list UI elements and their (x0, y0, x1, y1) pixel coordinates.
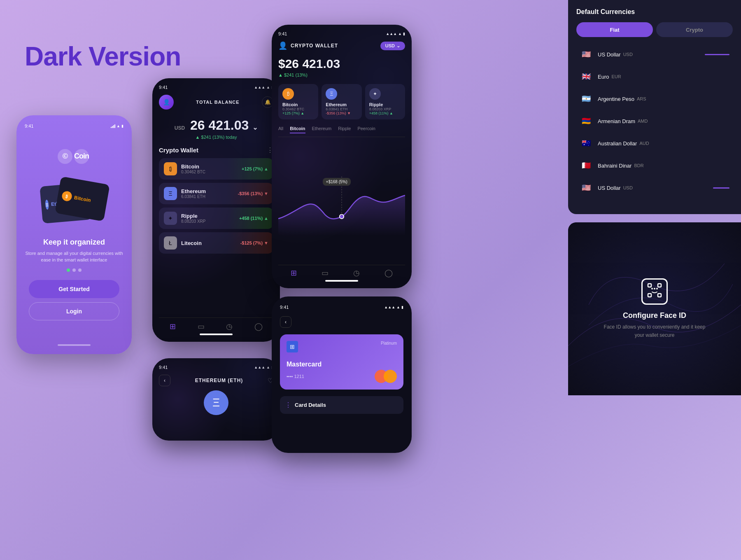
chart-tooltip: +$168 (5%) (323, 178, 351, 186)
currency-item-ars[interactable]: 🇦🇷 Argentine Peso ARS (576, 88, 733, 110)
phone1-logo: ©Coin (58, 145, 91, 164)
tab-crypto[interactable]: Crypto (656, 22, 733, 37)
right-panel-face-id: Configure Face ID Face ID allows you to … (568, 222, 741, 395)
phone1-status-bar: 9:41 ▲ ▮ (25, 124, 124, 128)
flag-ars: 🇦🇷 (580, 92, 593, 105)
face-id-subtitle: Face ID allows you to conveniently and i… (601, 323, 708, 339)
mc-number: •••• 1211 (287, 374, 304, 379)
tab-fiat[interactable]: Fiat (576, 22, 653, 37)
login-button[interactable]: Login (29, 302, 119, 320)
phone1-tagline: Keep it organized (43, 238, 105, 247)
mc-circle-orange (384, 370, 397, 383)
phone5-time: 9:41 (280, 305, 289, 310)
signal-icon (111, 124, 115, 128)
dot-1 (67, 268, 70, 272)
currency-item-aud[interactable]: 🇦🇺 Australian Dollar AUD (576, 133, 733, 154)
flag-eur: 🇬🇧 (580, 70, 593, 83)
phone1-time: 9:41 (25, 124, 33, 128)
phone2-wallet: 9:41 ▲▲▲ ▲ ▮ 👤 TOTAL BALANCE 🔔 USD 26 42… (152, 78, 280, 342)
coin-logo-icon: © (58, 149, 72, 164)
currency-code-ars: ARS (637, 96, 646, 101)
phone1-home-indicator (58, 344, 91, 346)
mc-name: Mastercard (287, 361, 397, 368)
mc-tier: Platinum (381, 341, 397, 345)
flag-amd: 🇦🇲 (580, 114, 593, 128)
phone2-network-bg (152, 78, 280, 342)
phone3-network-bg (152, 358, 280, 441)
phone5-status-bar: 9:41 ▲▲▲ ▲ ▮ (280, 305, 403, 310)
currency-item-eur[interactable]: 🇬🇧 Euro EUR (576, 66, 733, 87)
btc-card-icon: ₿ (61, 190, 73, 202)
mastercard-card: ⊞ Platinum Mastercard •••• 1211 (280, 334, 403, 390)
right-panel-currencies: Default Currencies Fiat Crypto 🇺🇸 US Dol… (568, 0, 741, 214)
svg-rect-1 (658, 284, 661, 287)
currency-item-usd1[interactable]: 🇺🇸 US Dollar USD (576, 44, 733, 65)
mc-circles (375, 370, 397, 383)
phone5-wifi: ▲ (396, 305, 400, 309)
currency-item-bdr[interactable]: 🇧🇭 Bahraini Dinar BDR (576, 155, 733, 176)
battery-icon: ▮ (121, 124, 124, 128)
svg-rect-3 (658, 294, 661, 297)
get-started-button[interactable]: Get Started (29, 280, 119, 298)
dot-3 (78, 268, 82, 272)
mc-header: ⊞ Platinum (287, 341, 397, 352)
flag-bdr: 🇧🇭 (580, 159, 593, 172)
card-details-row[interactable]: ⋮ Card Details (280, 396, 403, 414)
face-id-symbol (647, 283, 662, 301)
currency-name-amd: Armenian Dram (598, 118, 635, 124)
phone5-battery: ▮ (401, 305, 403, 309)
currency-active-indicator (705, 54, 729, 55)
mc-logo-icon: ⊞ (287, 341, 298, 352)
flag-usd1: 🇺🇸 (580, 48, 593, 61)
right-panel-title: Default Currencies (576, 8, 733, 16)
phone1-dots (67, 268, 82, 272)
phone1-splash: 9:41 ▲ ▮ ©Coin Ξ Ethe ₿ Bitcoin Keep it … (16, 115, 132, 354)
face-id-icon (641, 278, 668, 305)
svg-point-5 (651, 288, 653, 289)
currency-code-bdr: BDR (634, 163, 643, 168)
wifi-icon: ▲ (117, 124, 120, 128)
face-id-title: Configure Face ID (623, 311, 686, 320)
currency-code-amd: AMD (638, 119, 648, 124)
flag-aud: 🇦🇺 (580, 137, 593, 150)
phone5-card-details: 9:41 ▲▲▲ ▲ ▮ ‹ ⊞ Platinum Mastercard •••… (272, 296, 412, 453)
svg-point-6 (656, 288, 658, 289)
currency-code-eur: EUR (611, 74, 621, 79)
phone1-subtitle: Store and manage all your digital curren… (25, 250, 124, 264)
phone4-chart: 9:41 ▲▲▲ ▲ ▮ 👤 CRYPTO WALLET USD ⌄ $26 4… (272, 25, 412, 288)
chart-svg (278, 142, 405, 261)
currency-name-bdr: Bahraini Dinar (598, 163, 631, 169)
eth-card-icon: Ξ (45, 199, 49, 210)
phone5-back-button[interactable]: ‹ (280, 316, 291, 328)
currency-name-aud: Australian Dollar (598, 140, 637, 147)
card-details-label: Card Details (295, 402, 326, 408)
phone5-signal: ▲▲▲ (384, 305, 395, 309)
svg-point-4 (654, 288, 655, 289)
currency-item-usd2[interactable]: 🇺🇸 US Dollar USD (576, 177, 733, 198)
currency-code-aud: AUD (639, 141, 649, 146)
page-title: Dark Version (25, 41, 181, 72)
currency-item-amd[interactable]: 🇦🇲 Armenian Dram AMD (576, 110, 733, 132)
currency-tabs: Fiat Crypto (576, 22, 733, 37)
currency-bar-usd2 (713, 187, 729, 189)
dot-2 (72, 268, 76, 272)
currency-list: 🇺🇸 US Dollar USD 🇬🇧 Euro EUR 🇦🇷 Argentin… (576, 44, 733, 198)
phone1-status-icons: ▲ ▮ (111, 124, 124, 128)
svg-rect-2 (648, 294, 651, 297)
flag-usd2: 🇺🇸 (580, 181, 593, 194)
currency-name-ars: Argentine Peso (598, 96, 634, 102)
mc-logo-area: ⊞ (287, 341, 298, 352)
phone4-chart-area: +$168 (5%) (278, 142, 405, 261)
currency-name-eur: Euro (598, 74, 609, 80)
phone5-status-icons: ▲▲▲ ▲ ▮ (384, 305, 403, 310)
phone1-cards: Ξ Ethe ₿ Bitcoin (33, 172, 115, 230)
card-details-icon: ⋮ (285, 401, 291, 409)
phone3-ethereum: 9:41 ▲▲▲ ▲ ▮ ‹ ETHEREUM (ETH) ♡ Ξ (152, 358, 280, 441)
btc-card-label: Bitcoin (74, 194, 91, 203)
face-id-network-svg (568, 222, 741, 395)
face-id-svg (647, 283, 662, 298)
currency-code-usd2: USD (623, 185, 633, 190)
currency-name-usd2: US Dollar (598, 185, 621, 191)
currency-name-usd1: US Dollar (598, 51, 621, 58)
svg-rect-0 (648, 284, 651, 287)
